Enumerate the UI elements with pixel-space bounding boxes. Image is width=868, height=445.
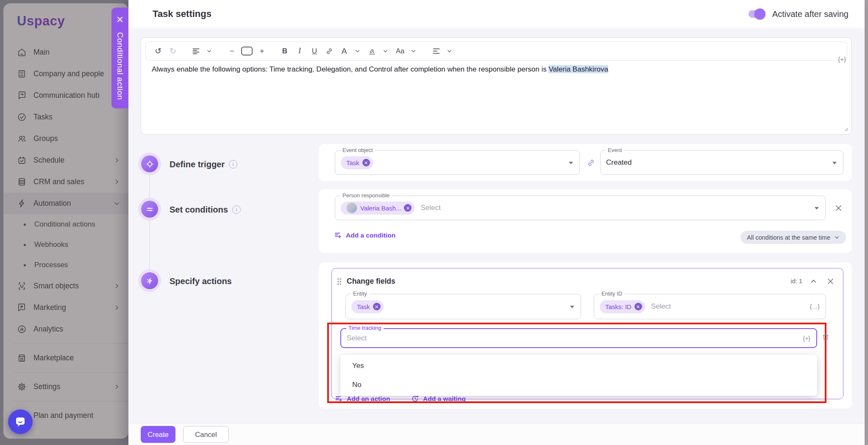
change-fields-title: Change fields (347, 277, 395, 286)
create-button[interactable]: Create (141, 426, 175, 443)
event-object-select[interactable]: Event object Task (335, 150, 580, 175)
drawer-body: ↺ ↻ − + B I U A Aa (128, 29, 865, 423)
conditions-mode-selector[interactable]: All conditions at the same time (740, 231, 846, 244)
editor-selected-text: Valeria Bashkirova (548, 65, 608, 73)
italic-icon[interactable]: I (294, 45, 305, 58)
select-caret-icon (570, 306, 574, 308)
activate-after-saving-toggle[interactable] (748, 10, 765, 18)
select-placeholder: Select (651, 302, 671, 311)
info-icon[interactable]: i (232, 205, 241, 214)
insert-variable-button[interactable]: {+} (838, 55, 846, 63)
actions-section-title: Specify actions (170, 276, 232, 286)
add-waiting-label: Add a waiting (423, 395, 466, 403)
drawer-footer: Create Cancel (128, 423, 865, 445)
chevron-down-icon[interactable] (352, 45, 363, 58)
select-caret-icon (815, 207, 819, 210)
add-action-label: Add an action (347, 395, 390, 403)
dropdown-option-yes[interactable]: Yes (340, 356, 817, 375)
conditions-card: Person responsible Valeria Bash... Selec… (319, 189, 852, 253)
line-height-icon[interactable] (190, 45, 201, 58)
chip-label: Valeria Bash... (360, 205, 401, 212)
add-condition-label: Add a condition (346, 232, 395, 239)
actions-card: Change fields id: 1 Entity Task (319, 263, 852, 409)
step-connector (149, 218, 150, 271)
page-title: Task settings (153, 8, 211, 19)
person-chip: Valeria Bash... (341, 202, 415, 215)
event-object-chip: Task (341, 156, 373, 169)
chevron-down-icon[interactable] (203, 45, 214, 58)
conditions-section-title: Set conditions (170, 205, 228, 215)
avatar (346, 202, 357, 213)
conditional-action-tab-label: Conditional action (115, 32, 125, 100)
chip-label: Task (357, 303, 370, 310)
chevron-down-icon[interactable] (444, 45, 455, 58)
conditional-action-tab: Conditional action (111, 8, 128, 108)
entity-select[interactable]: Entity Task (345, 294, 581, 319)
trash-icon[interactable] (821, 333, 830, 341)
decrease-font-icon[interactable]: − (226, 45, 237, 58)
editor-toolbar: ↺ ↻ − + B I U A Aa (145, 41, 847, 61)
select-caret-icon (832, 162, 837, 164)
chat-bubble-icon (14, 415, 27, 428)
step-connector (149, 173, 150, 200)
highlight-color-icon[interactable] (367, 45, 378, 58)
person-responsible-select[interactable]: Person responsible Valeria Bash... Selec… (335, 196, 826, 220)
chevron-down-icon (834, 235, 840, 240)
variable-token-button[interactable]: {…} (810, 303, 820, 310)
entity-id-select[interactable]: Entity ID Tasks: ID Select {…} (594, 294, 826, 319)
bold-icon[interactable]: B (279, 45, 290, 58)
time-tracking-select[interactable]: Time tracking Select {+} (340, 328, 817, 348)
add-condition-button[interactable]: Add a condition (334, 231, 395, 239)
resize-handle-icon[interactable] (843, 126, 849, 132)
remove-action-icon[interactable] (824, 275, 836, 287)
remove-chip-icon[interactable] (362, 159, 370, 166)
cancel-button[interactable]: Cancel (183, 426, 229, 443)
entity-chip: Task (351, 300, 384, 313)
link-fields-icon[interactable] (585, 157, 597, 169)
list-plus-icon (335, 395, 343, 403)
chip-label: Tasks: ID (605, 303, 632, 310)
dropdown-option-no[interactable]: No (340, 375, 817, 394)
conditions-mode-label: All conditions at the same time (747, 234, 830, 241)
trigger-card: Event object Task Event Created (319, 144, 852, 181)
support-chat-button[interactable] (8, 409, 33, 434)
font-size-box-icon[interactable] (241, 45, 253, 58)
event-value: Created (606, 158, 632, 167)
underline-icon[interactable]: U (309, 45, 320, 58)
variable-token-button[interactable]: {+} (803, 335, 810, 342)
select-caret-icon (569, 162, 573, 164)
close-icon[interactable] (114, 14, 126, 25)
editor-text-area[interactable]: Always enable the following options: Tim… (141, 61, 851, 75)
chevron-down-icon[interactable] (408, 45, 419, 58)
list-plus-icon (334, 231, 342, 239)
chip-label: Task (346, 159, 359, 166)
remove-chip-icon[interactable] (404, 204, 412, 212)
task-settings-drawer: Conditional action Task settings Activat… (128, 0, 865, 445)
font-color-icon[interactable]: A (339, 45, 350, 58)
link-icon[interactable] (324, 45, 335, 58)
info-icon[interactable]: i (229, 160, 237, 169)
text-style-icon[interactable]: Aa (395, 45, 406, 58)
event-select[interactable]: Event Created (600, 150, 843, 175)
chevron-down-icon[interactable] (380, 45, 391, 58)
increase-font-icon[interactable]: + (256, 45, 267, 58)
remove-chip-icon[interactable] (373, 303, 381, 310)
redo-icon[interactable]: ↻ (167, 45, 178, 58)
actions-step-icon (141, 272, 158, 289)
select-placeholder: Select (420, 204, 440, 212)
trigger-step-icon (141, 155, 158, 172)
action-id-badge: id: 1 (791, 278, 802, 285)
toggle-thumb (754, 8, 765, 19)
remove-condition-icon[interactable] (832, 202, 844, 214)
undo-icon[interactable]: ↺ (153, 45, 164, 58)
align-left-icon[interactable] (431, 45, 442, 58)
editor-text: Always enable the following options: Tim… (152, 65, 548, 73)
drag-handle-icon[interactable] (337, 278, 342, 285)
time-tracking-dropdown: Yes No (340, 355, 817, 396)
description-editor: ↺ ↻ − + B I U A Aa (141, 37, 852, 135)
select-placeholder: Select (347, 334, 367, 343)
collapse-panel-icon[interactable] (807, 275, 819, 287)
drawer-header: Task settings Activate after saving (128, 0, 865, 28)
remove-chip-icon[interactable] (634, 303, 642, 310)
trigger-section-title: Define trigger (170, 160, 225, 169)
